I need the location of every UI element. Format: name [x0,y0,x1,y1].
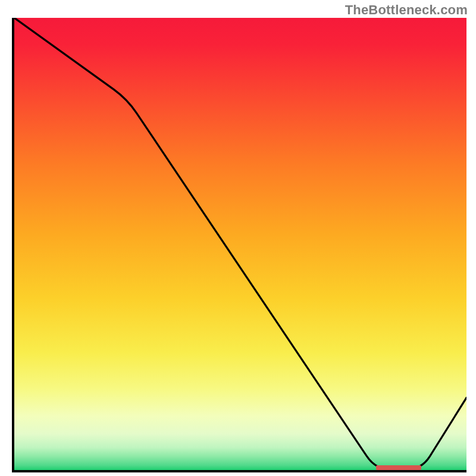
flat-region-marker [376,465,421,470]
chart-line [14,18,466,470]
chart-plot-area [12,18,466,472]
attribution-text: TheBottleneck.com [345,2,468,18]
curve-path [14,18,466,470]
